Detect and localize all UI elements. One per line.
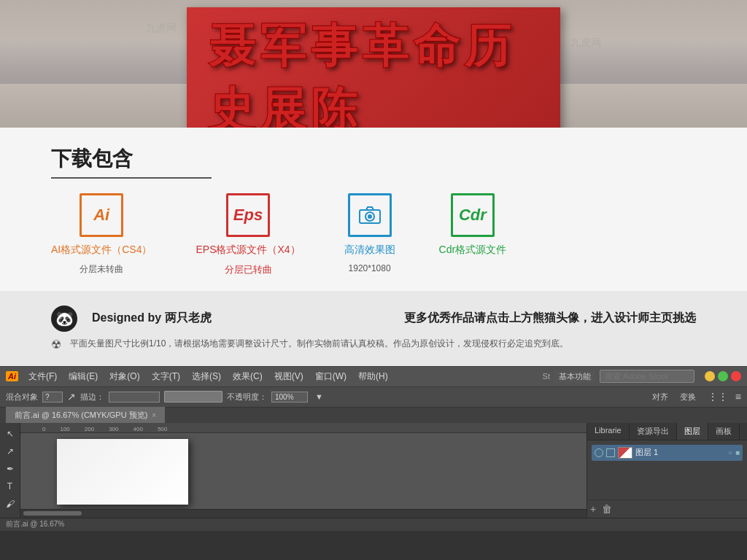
maximize-button[interactable]	[718, 371, 728, 381]
layers-panel-content: 图层 1 ○ ■	[587, 440, 747, 499]
type-tool[interactable]: T	[2, 478, 18, 494]
designer-byline: Designed by 两只老虎	[92, 311, 212, 326]
ruler-mark: 200	[85, 426, 94, 432]
ruler-mark: 100	[60, 426, 69, 432]
stroke-label: 描边：	[80, 392, 104, 402]
ai-statusbar: 前言.ai @ 16.67%	[0, 518, 747, 531]
menu-edit[interactable]: 编辑(E)	[64, 369, 102, 384]
right-panels: Librarie 资源导出 图层 画板 图层 1 ○ ■ + 🗑	[587, 423, 747, 518]
designer-name: 两只老虎	[165, 311, 212, 324]
monument-title-text: 聂军事革命历史展陈	[209, 20, 515, 128]
ruler-mark: 0	[42, 426, 45, 432]
svg-point-2	[368, 214, 372, 219]
color-swatch[interactable]	[164, 391, 222, 402]
workspace-label[interactable]: 基本功能	[554, 370, 595, 383]
designer-cta: 更多优秀作品请点击上方熊猫头像，进入设计师主页挑选	[404, 311, 696, 326]
monument-bg: 聂军事革命历史展陈	[187, 7, 560, 128]
panel-tab-layers[interactable]: 图层	[677, 423, 708, 440]
layer-visibility-toggle[interactable]	[595, 448, 603, 457]
opacity-label: 不透明度：	[227, 392, 267, 402]
artboard-content	[57, 439, 188, 505]
download-item-ai: Ai AI格式源文件（CS4） 分层未转曲	[51, 193, 152, 276]
document-tab-label: 前言.ai @ 16.67% (CMYK/GPU 预览)	[15, 410, 147, 421]
new-layer-button[interactable]: +	[590, 503, 596, 515]
note-row: ☢ 平面矢量图尺寸比例1/10，请根据场地需要调整设计尺寸。制作实物前请认真校稿…	[51, 338, 696, 351]
panda-avatar-icon[interactable]: 🐼	[51, 306, 77, 332]
direct-select-tool[interactable]: ↗	[2, 443, 18, 459]
close-button[interactable]	[731, 371, 741, 381]
toolbar-right: St 基本功能	[543, 370, 694, 383]
ai-file-icon: Ai	[80, 193, 123, 237]
scroll-thumb[interactable]	[23, 511, 82, 516]
artboard	[57, 439, 188, 505]
menu-select[interactable]: 选择(S)	[187, 369, 225, 384]
horizontal-ruler: 0 100 200 300 400 500	[20, 423, 587, 433]
ruler-mark: 300	[109, 426, 118, 432]
left-toolbox: ↖ ↗ ✒ T 🖌	[0, 423, 20, 518]
layer-color-icon: ■	[735, 448, 740, 456]
radiation-icon: ☢	[51, 338, 61, 351]
opacity-arrow: ▼	[315, 392, 323, 401]
menu-help[interactable]: 帮助(H)	[354, 369, 392, 384]
ruler-mark: 500	[158, 426, 167, 432]
camera-icon-svg	[359, 206, 381, 224]
menu-type[interactable]: 文字(T)	[147, 369, 185, 384]
menu-file[interactable]: 文件(F)	[24, 369, 61, 384]
download-item-cdr: Cdr Cdr格式源文件	[439, 193, 507, 257]
designer-section: 🐼 Designed by 两只老虎 更多优秀作品请点击上方熊猫头像，进入设计师…	[0, 291, 747, 366]
designed-by-label: Designed by	[92, 311, 161, 324]
ruler-mark: 400	[133, 426, 143, 432]
panel-tab-artboards[interactable]: 画板	[708, 423, 740, 440]
ai-app-logo: Ai	[6, 371, 18, 381]
ai-toolbar2: 混合对象 ↗ 描边： 不透明度： ▼ 对齐 变换 ⋮⋮ ≡	[0, 386, 747, 407]
panels-icon: ⋮⋮	[708, 391, 728, 402]
ai-file-label: AI格式源文件（CS4）	[51, 243, 152, 257]
ai-sub-label: 分层未转曲	[80, 263, 123, 276]
monument-container: 聂军事革命历史展陈	[187, 7, 560, 128]
delete-layer-button[interactable]: 🗑	[602, 503, 612, 515]
select-tool[interactable]: ↖	[2, 426, 18, 442]
cdr-file-label: Cdr格式源文件	[439, 243, 507, 257]
layer-lock-toggle[interactable]	[606, 448, 615, 457]
pen-tool[interactable]: ✒	[2, 461, 18, 477]
download-item-eps: Eps EPS格式源文件（X4） 分层已转曲	[196, 193, 300, 276]
download-section: 下载包含 Ai AI格式源文件（CS4） 分层未转曲 Eps EPS格式源文件（…	[0, 128, 747, 291]
hd-file-label: 高清效果图	[344, 243, 395, 257]
ai-menubar: Ai 文件(F) 编辑(E) 对象(O) 文字(T) 选择(S) 效果(C) 视…	[0, 366, 747, 386]
arrow-tool-icon: ↗	[67, 391, 76, 402]
horizontal-scrollbar[interactable]	[20, 509, 587, 518]
layer-options-icon[interactable]: ○	[728, 448, 732, 456]
minimize-button[interactable]	[705, 371, 715, 381]
designer-row: 🐼 Designed by 两只老虎 更多优秀作品请点击上方熊猫头像，进入设计师…	[51, 306, 696, 332]
download-items-container: Ai AI格式源文件（CS4） 分层未转曲 Eps EPS格式源文件（X4） 分…	[51, 193, 696, 276]
download-divider	[51, 177, 212, 179]
eps-sub-label: 分层已转曲	[225, 263, 272, 276]
menu-object[interactable]: 对象(O)	[105, 369, 144, 384]
eps-file-icon: Eps	[226, 193, 270, 237]
top-image-section: 聂军事革命历史展陈 九虎网 九虎网 九虎网	[0, 0, 747, 128]
panel-tab-libraries[interactable]: Librarie	[587, 423, 630, 440]
collapse-icon: ≡	[735, 391, 741, 402]
stroke-input[interactable]	[109, 392, 160, 402]
object-type-select[interactable]	[42, 392, 63, 402]
opacity-input[interactable]	[271, 392, 308, 402]
layer-row-1[interactable]: 图层 1 ○ ■	[592, 445, 743, 461]
designer-note: 平面矢量图尺寸比例1/10，请根据场地需要调整设计尺寸。制作实物前请认真校稿。作…	[70, 338, 568, 350]
layer-name-label: 图层 1	[635, 447, 725, 458]
hd-sub-label: 1920*1080	[349, 263, 391, 273]
align-label: 对齐	[652, 392, 668, 402]
tab-close-button[interactable]: ×	[152, 411, 156, 419]
document-tab[interactable]: 前言.ai @ 16.67% (CMYK/GPU 预览) ×	[6, 407, 166, 423]
menu-effect[interactable]: 效果(C)	[228, 369, 267, 384]
brush-tool[interactable]: 🖌	[2, 496, 18, 512]
download-item-hd: 高清效果图 1920*1080	[344, 193, 395, 273]
canvas-area: ↖ ↗ ✒ T 🖌 0 100 200 300 400 500	[0, 423, 747, 518]
adobe-stock-search[interactable]	[600, 370, 694, 383]
menu-view[interactable]: 视图(V)	[270, 369, 308, 384]
canvas-bg[interactable]	[20, 433, 587, 509]
menu-window[interactable]: 窗口(W)	[311, 369, 351, 384]
eps-file-label: EPS格式源文件（X4）	[196, 243, 300, 257]
panel-tab-assets[interactable]: 资源导出	[630, 423, 677, 440]
window-controls	[705, 371, 741, 381]
ai-tabbar: 前言.ai @ 16.67% (CMYK/GPU 预览) ×	[0, 407, 747, 423]
